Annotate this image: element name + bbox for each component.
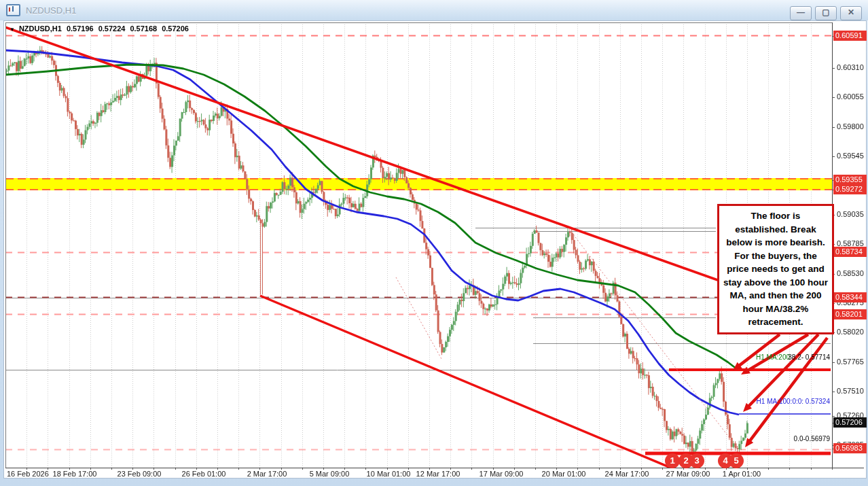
fib-ma-level-label: H1 MA:200	[756, 353, 790, 361]
time-axis-label: 20 Mar 01:00	[542, 470, 586, 478]
time-axis-label: 24 Mar 17:00	[605, 470, 649, 478]
price-badge: 0.59355	[833, 175, 867, 185]
time-axis-label: 26 Feb 01:00	[182, 470, 226, 478]
open-value: 0.57196	[67, 24, 94, 33]
price-axis-label: 0.59800	[837, 122, 868, 131]
price-axis-label: 0.57510	[837, 387, 868, 395]
price-badge: 0.59272	[833, 184, 867, 194]
time-axis-label: 16 Feb 2026	[7, 470, 49, 478]
low-value: 0.57168	[130, 24, 157, 33]
fib-ma-level-label: 38.2- 0.57714	[788, 353, 830, 361]
chart-window: NZDUSD,H1 — ▢ ✕ ▼NZDUSD,H10.571960.57224…	[0, 0, 868, 486]
price-axis-label: 0.57765	[837, 358, 868, 366]
time-axis-label: 27 Mar 09:00	[666, 470, 710, 478]
price-axis-label: 0.58530	[837, 269, 868, 277]
high-value: 0.57224	[98, 24, 126, 33]
price-axis-label: 0.59035	[837, 210, 868, 218]
time-axis-label: 2 Mar 17:00	[247, 470, 287, 478]
time-axis-label: 1 Apr 01:00	[723, 470, 761, 478]
fib-ma-level-label: H1 MA:100:0:0: 0.57324	[757, 398, 830, 405]
price-badge: 0.58344	[833, 292, 867, 302]
floor-touch-marker: 5	[729, 453, 744, 468]
price-badge: 0.58734	[833, 247, 867, 257]
price-axis-label: 0.60055	[837, 92, 868, 101]
annotation-text: The floor is established. Break below is…	[723, 209, 828, 329]
price-badge: 0.58201	[833, 309, 867, 319]
price-badge: 0.60591	[833, 31, 867, 41]
close-value: 0.57206	[162, 24, 189, 33]
floor-touch-marker: 3	[689, 453, 704, 468]
price-axis-label: 0.60310	[837, 63, 868, 71]
time-axis-label: 12 Mar 17:00	[416, 470, 460, 478]
fib-ma-level-label: 0.0-0.56979	[794, 435, 830, 442]
chevron-down-icon[interactable]: ▼	[10, 27, 15, 33]
time-axis-label: 23 Feb 09:00	[117, 470, 162, 478]
price-axis-label: 0.58020	[837, 328, 868, 336]
ohlc-info-bar: ▼NZDUSD,H10.571960.572240.571680.57206	[10, 24, 194, 33]
time-axis-label: 10 Mar 01:00	[367, 470, 411, 478]
time-axis-label: 5 Mar 09:00	[310, 470, 350, 478]
price-badge: 0.57206	[833, 417, 867, 428]
annotation-text-box: The floor is established. Break below is…	[717, 204, 834, 334]
price-axis-label: 0.59545	[837, 152, 868, 160]
time-axis-label: 18 Feb 17:00	[53, 470, 97, 478]
symbol-label: NZDUSD,H1	[19, 24, 62, 33]
floor-touch-marker: 1	[665, 453, 680, 468]
time-axis-label: 17 Mar 09:00	[480, 470, 524, 478]
price-badge: 0.56983	[833, 443, 867, 453]
